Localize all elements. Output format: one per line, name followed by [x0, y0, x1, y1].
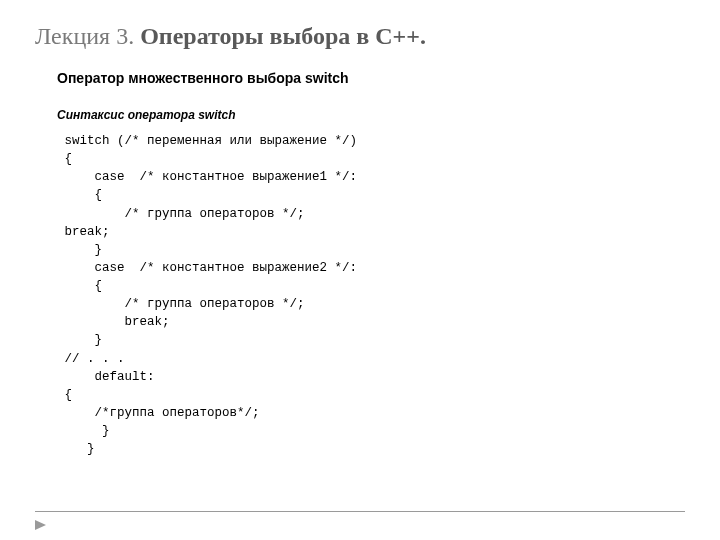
title-bold: Операторы выбора в С++. [140, 23, 426, 49]
nav-arrow-icon [35, 518, 51, 532]
footer-divider [35, 511, 685, 512]
title-light: Лекция 3. [35, 23, 140, 49]
svg-marker-0 [35, 520, 46, 530]
code-block: switch (/* переменная или выражение */) … [57, 132, 685, 458]
syntax-label: Синтаксис оператора switch [57, 108, 685, 122]
slide-title: Лекция 3. Операторы выбора в С++. [35, 22, 685, 50]
slide-subtitle: Оператор множественного выбора switch [57, 70, 685, 86]
